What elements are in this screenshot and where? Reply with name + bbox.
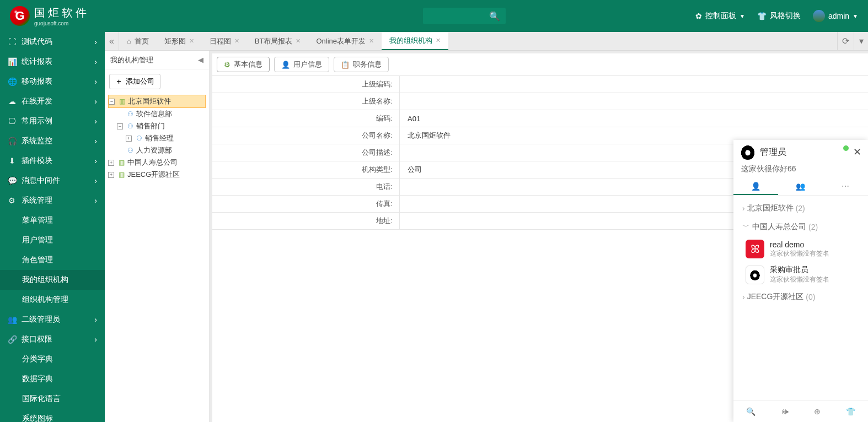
tabs-scroll-left[interactable]: « xyxy=(105,32,119,50)
sidebar-item-11[interactable]: 角色管理 xyxy=(0,250,105,270)
tree-toggle-icon[interactable]: + xyxy=(126,136,132,142)
sidebar-item-9[interactable]: 菜单管理 xyxy=(0,210,105,230)
tab-close-icon[interactable]: ✕ xyxy=(369,37,374,45)
chat-user-0[interactable]: ꕤreal demo这家伙很懒没有签名 xyxy=(733,236,868,262)
chat-add-icon[interactable]: ⊕ xyxy=(814,407,821,416)
tab-close-icon[interactable]: ✕ xyxy=(189,37,194,45)
chevron-right-icon: › xyxy=(94,335,97,344)
tree-node-4[interactable]: ⚇人力资源部 xyxy=(108,144,206,156)
sidebar-item-8[interactable]: ⚙系统管理› xyxy=(0,191,105,210)
status-online-icon xyxy=(843,145,849,151)
tab-close-icon[interactable]: ✕ xyxy=(436,37,441,44)
tab-close-icon[interactable]: ✕ xyxy=(296,37,301,45)
sidebar-label: 接口权限 xyxy=(22,334,52,344)
tab-2[interactable]: 日程图✕ xyxy=(202,32,247,50)
sidebar-item-17[interactable]: 数据字典 xyxy=(0,369,105,389)
logo-title-cn: 国炬软件 xyxy=(34,6,89,20)
tabs-menu[interactable]: ▾ xyxy=(854,32,868,50)
search-input[interactable]: 🔍 xyxy=(423,8,506,24)
sidebar-item-15[interactable]: 🔗接口权限› xyxy=(0,329,105,349)
sidebar-item-16[interactable]: 分类字典 xyxy=(0,349,105,369)
chat-group-label: JEECG开源社区 xyxy=(747,292,804,302)
form-value xyxy=(400,76,868,93)
sidebar-item-5[interactable]: 🎧系统监控› xyxy=(0,131,105,151)
sidebar-item-2[interactable]: 🌐移动报表› xyxy=(0,72,105,91)
tab-close-icon[interactable]: ✕ xyxy=(234,37,239,45)
chat-tab-contacts[interactable]: 👤 xyxy=(733,178,778,195)
form-label: 公司名称: xyxy=(212,127,400,144)
tree-toggle-icon[interactable]: + xyxy=(108,172,114,178)
tab-3[interactable]: BT布局报表✕ xyxy=(247,32,309,50)
tab-label: 矩形图 xyxy=(164,36,186,46)
chat-close-button[interactable]: ✕ xyxy=(853,146,861,158)
control-panel-menu[interactable]: ✿ 控制面板 ▼ xyxy=(695,11,745,21)
tree-toggle-icon[interactable]: + xyxy=(108,160,114,166)
subtab-2[interactable]: 📋职务信息 xyxy=(334,57,389,72)
user-icon: ⚇ xyxy=(126,110,134,118)
tab-0[interactable]: ⌂首页 xyxy=(119,32,157,50)
tab-5[interactable]: 我的组织机构✕ xyxy=(382,32,448,50)
form-label: 编码: xyxy=(212,110,400,127)
style-switch-button[interactable]: 👕 风格切换 xyxy=(757,11,801,21)
tree-node-5[interactable]: +▥中国人寿总公司 xyxy=(108,156,206,169)
chat-search-icon[interactable]: 🔍 xyxy=(746,407,756,416)
qq-icon xyxy=(740,144,756,160)
sidebar-item-6[interactable]: ⬇插件模块› xyxy=(0,151,105,171)
chevron-right-icon: › xyxy=(94,156,97,165)
sidebar-item-10[interactable]: 用户管理 xyxy=(0,230,105,250)
tree-node-1[interactable]: ⚇软件信息部 xyxy=(108,108,206,120)
tree-node-0[interactable]: −▥北京国炬软件 xyxy=(108,95,206,108)
chat-user-1[interactable]: 采购审批员这家伙很懒没有签名 xyxy=(733,262,868,288)
sidebar-item-14[interactable]: 👥二级管理员› xyxy=(0,310,105,329)
sidebar-item-18[interactable]: 国际化语言 xyxy=(0,389,105,409)
sidebar-item-0[interactable]: ⛶测试代码› xyxy=(0,32,105,52)
sidebar-item-12[interactable]: 我的组织机构 xyxy=(0,270,105,290)
sidebar-label: 用户管理 xyxy=(22,235,53,245)
chat-skin-icon[interactable]: 👕 xyxy=(846,407,855,416)
chevron-icon: › xyxy=(742,204,745,213)
sidebar-item-3[interactable]: ☁在线开发› xyxy=(0,91,105,111)
chevron-right-icon: › xyxy=(94,97,97,106)
collapse-icon[interactable]: ◀ xyxy=(198,56,203,64)
chat-group-2[interactable]: ›JEECG开源社区 (0) xyxy=(733,288,868,306)
refresh-button[interactable]: ⟳ xyxy=(837,32,854,50)
user-menu[interactable]: admin ▼ xyxy=(813,10,858,22)
chat-tab-groups[interactable]: 👥 xyxy=(778,178,823,195)
chat-tab-more[interactable]: ⋯ xyxy=(823,178,868,195)
sidebar-item-7[interactable]: 💬消息中间件› xyxy=(0,171,105,191)
add-company-button[interactable]: ＋ 添加公司 xyxy=(109,74,160,89)
chat-user-name: 采购审批员 xyxy=(770,265,829,275)
form-label: 传真: xyxy=(212,196,400,213)
sidebar-label: 常用示例 xyxy=(22,116,52,126)
tree-node-2[interactable]: −⚇销售部门 xyxy=(108,120,206,132)
tab-1[interactable]: 矩形图✕ xyxy=(157,32,202,50)
logo[interactable]: G 国炬软件 guojusoft.com xyxy=(10,6,89,26)
sidebar-item-4[interactable]: 🖵常用示例› xyxy=(0,111,105,131)
sidebar-icon: 🔗 xyxy=(8,335,16,344)
tab-label: Online表单开发 xyxy=(316,36,366,46)
chevron-right-icon: › xyxy=(94,137,97,145)
sidebar-item-19[interactable]: 系统图标 xyxy=(0,409,105,422)
tree-toggle-icon[interactable]: − xyxy=(109,99,115,105)
sidebar-icon: ⛶ xyxy=(8,37,16,46)
tab-label: 日程图 xyxy=(210,36,231,46)
chat-group-1[interactable]: ﹀中国人寿总公司 (2) xyxy=(733,218,868,236)
subtab-0[interactable]: ⚙基本信息 xyxy=(217,57,270,72)
sidebar-item-13[interactable]: 组织机构管理 xyxy=(0,290,105,310)
chevron-right-icon: › xyxy=(94,176,97,185)
subtab-1[interactable]: 👤用户信息 xyxy=(274,57,329,72)
chat-group-0[interactable]: ›北京国炬软件 (2) xyxy=(733,199,868,218)
tree-toggle-icon[interactable]: − xyxy=(117,123,123,129)
sidebar-icon: 💬 xyxy=(8,176,16,185)
tree-node-3[interactable]: +⚇销售经理 xyxy=(108,132,206,144)
org-icon: ▥ xyxy=(118,98,126,105)
sidebar-item-1[interactable]: 📊统计报表› xyxy=(0,52,105,72)
username-label: admin xyxy=(828,12,849,20)
tree-node-6[interactable]: +▥JEECG开源社区 xyxy=(108,169,206,181)
sidebar-label: 统计报表 xyxy=(22,57,52,67)
chat-sound-icon[interactable]: 🕪 xyxy=(781,407,789,416)
gear-icon: ✿ xyxy=(695,12,702,20)
chevron-right-icon: › xyxy=(94,37,97,46)
tab-4[interactable]: Online表单开发✕ xyxy=(308,32,382,50)
tab-label: BT布局报表 xyxy=(255,36,293,46)
